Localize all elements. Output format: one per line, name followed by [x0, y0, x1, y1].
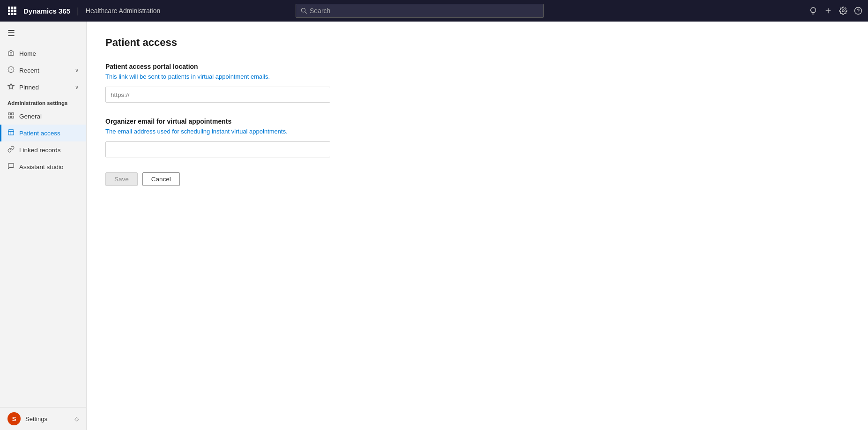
- sidebar-item-linked-records[interactable]: Linked records: [0, 141, 86, 158]
- sidebar-item-general-label: General: [19, 113, 42, 120]
- sidebar-item-patient-access-label: Patient access: [19, 130, 60, 137]
- svg-rect-8: [14, 13, 16, 15]
- svg-rect-6: [8, 13, 10, 15]
- page-title: Patient access: [105, 37, 849, 49]
- settings-button[interactable]: [839, 7, 847, 15]
- footer-chevron-icon[interactable]: ◇: [74, 415, 79, 422]
- main-content: Patient access Patient access portal loc…: [87, 22, 868, 430]
- assistant-studio-icon: [7, 163, 15, 171]
- top-nav-right: [809, 7, 862, 15]
- sidebar-item-pinned[interactable]: Pinned ∨: [0, 79, 86, 96]
- home-icon: [7, 49, 15, 58]
- pinned-chevron-icon: ∨: [75, 84, 79, 90]
- organizer-email-input[interactable]: [105, 141, 330, 157]
- admin-section-label: Administration settings: [0, 96, 86, 108]
- sidebar-item-general[interactable]: General: [0, 108, 86, 125]
- module-title: Healthcare Administration: [86, 7, 161, 15]
- sidebar-item-recent-label: Recent: [19, 67, 39, 74]
- svg-rect-19: [8, 116, 10, 118]
- svg-rect-0: [8, 7, 10, 9]
- sidebar-item-home[interactable]: Home: [0, 45, 86, 62]
- svg-line-10: [304, 12, 306, 14]
- svg-rect-18: [12, 113, 14, 115]
- svg-rect-1: [11, 7, 14, 9]
- recent-chevron-icon: ∨: [75, 67, 79, 74]
- linked-records-icon: [7, 146, 15, 154]
- sidebar-item-pinned-label: Pinned: [19, 84, 39, 91]
- sidebar-footer: S Settings ◇: [0, 407, 86, 430]
- organizer-email-desc: The email address used for scheduling in…: [105, 128, 849, 135]
- search-icon: [301, 7, 307, 14]
- top-nav: Dynamics 365 | Healthcare Administration: [0, 0, 868, 22]
- app-title: Dynamics 365: [23, 7, 70, 15]
- cancel-button[interactable]: Cancel: [142, 172, 180, 186]
- sidebar-item-assistant-studio-label: Assistant studio: [19, 163, 64, 171]
- save-button[interactable]: Save: [105, 172, 138, 186]
- svg-point-13: [842, 10, 845, 12]
- portal-location-title: Patient access portal location: [105, 63, 849, 70]
- general-icon: [7, 112, 15, 120]
- sidebar: ☰ Home Recent ∨ Pin: [0, 22, 87, 430]
- organizer-email-title: Organizer email for virtual appointments: [105, 118, 849, 125]
- svg-point-14: [855, 7, 862, 15]
- avatar: S: [7, 412, 21, 425]
- pinned-icon: [7, 83, 15, 91]
- svg-point-9: [301, 8, 305, 12]
- search-bar[interactable]: [296, 4, 544, 18]
- sidebar-item-home-label: Home: [19, 50, 36, 57]
- sidebar-item-linked-records-label: Linked records: [19, 147, 61, 154]
- search-input[interactable]: [310, 7, 539, 15]
- sidebar-item-recent[interactable]: Recent ∨: [0, 62, 86, 79]
- menu-toggle[interactable]: ☰: [0, 22, 86, 45]
- svg-rect-21: [8, 130, 14, 135]
- help-button[interactable]: [854, 7, 862, 15]
- svg-rect-20: [12, 116, 14, 118]
- portal-location-desc: This link will be sent to patients in vi…: [105, 73, 849, 80]
- portal-location-input[interactable]: [105, 87, 330, 103]
- waffle-icon[interactable]: [6, 4, 19, 17]
- svg-rect-7: [11, 13, 14, 15]
- lightbulb-button[interactable]: [809, 7, 817, 15]
- footer-settings-label: Settings: [25, 415, 47, 423]
- svg-rect-4: [11, 10, 14, 12]
- svg-rect-17: [8, 113, 10, 115]
- sidebar-item-assistant-studio[interactable]: Assistant studio: [0, 158, 86, 175]
- portal-location-section: Patient access portal location This link…: [105, 63, 849, 103]
- recent-icon: [7, 66, 15, 74]
- svg-rect-2: [14, 7, 16, 9]
- organizer-email-section: Organizer email for virtual appointments…: [105, 118, 849, 157]
- nav-divider: |: [77, 6, 79, 16]
- add-button[interactable]: [824, 7, 832, 15]
- svg-rect-5: [14, 10, 16, 12]
- sidebar-item-patient-access[interactable]: Patient access: [0, 125, 86, 141]
- action-buttons: Save Cancel: [105, 172, 849, 186]
- patient-access-icon: [7, 129, 15, 137]
- svg-rect-3: [8, 10, 10, 12]
- layout: ☰ Home Recent ∨ Pin: [0, 22, 868, 430]
